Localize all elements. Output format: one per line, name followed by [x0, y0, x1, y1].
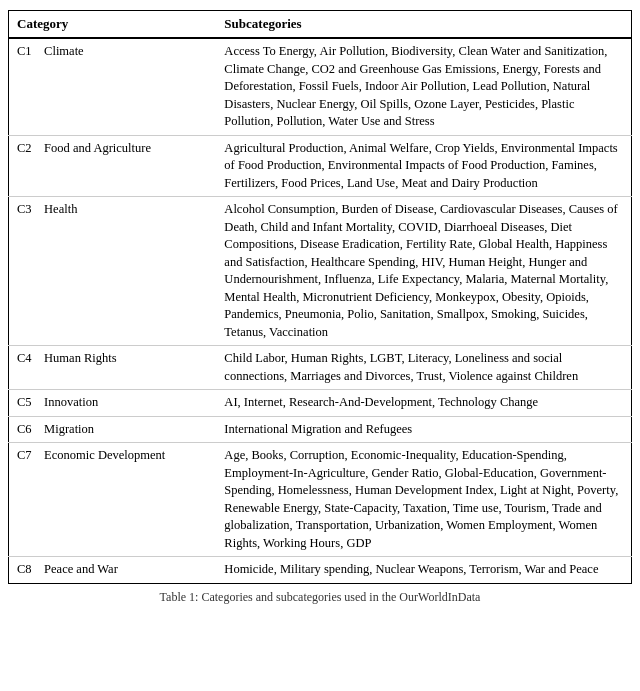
table-row: C2 Food and AgricultureAgricultural Prod… — [9, 135, 632, 197]
category-cell: C7 Economic Development — [9, 443, 217, 557]
header-subcategories: Subcategories — [216, 11, 631, 39]
table-row: C6 MigrationInternational Migration and … — [9, 416, 632, 443]
table-row: C3 HealthAlcohol Consumption, Burden of … — [9, 197, 632, 346]
subcategories-cell: Access To Energy, Air Pollution, Biodive… — [216, 38, 631, 135]
subcategories-cell: Age, Books, Corruption, Economic-Inequal… — [216, 443, 631, 557]
subcategories-cell: International Migration and Refugees — [216, 416, 631, 443]
table-row: C8 Peace and WarHomicide, Military spend… — [9, 557, 632, 584]
table-row: C7 Economic DevelopmentAge, Books, Corru… — [9, 443, 632, 557]
table-header-row: Category Subcategories — [9, 11, 632, 39]
categories-table: Category Subcategories C1 ClimateAccess … — [8, 10, 632, 584]
subcategories-cell: Alcohol Consumption, Burden of Disease, … — [216, 197, 631, 346]
category-cell: C8 Peace and War — [9, 557, 217, 584]
category-cell: C1 Climate — [9, 38, 217, 135]
subcategories-cell: Child Labor, Human Rights, LGBT, Literac… — [216, 346, 631, 390]
table-row: C4 Human RightsChild Labor, Human Rights… — [9, 346, 632, 390]
table-row: C5 InnovationAI, Internet, Research-And-… — [9, 390, 632, 417]
category-cell: C5 Innovation — [9, 390, 217, 417]
table-row: C1 ClimateAccess To Energy, Air Pollutio… — [9, 38, 632, 135]
subcategories-cell: Agricultural Production, Animal Welfare,… — [216, 135, 631, 197]
table-container: Category Subcategories C1 ClimateAccess … — [0, 0, 640, 615]
category-cell: C4 Human Rights — [9, 346, 217, 390]
table-caption: Table 1: Categories and subcategories us… — [8, 590, 632, 605]
category-cell: C3 Health — [9, 197, 217, 346]
category-cell: C6 Migration — [9, 416, 217, 443]
subcategories-cell: AI, Internet, Research-And-Development, … — [216, 390, 631, 417]
category-cell: C2 Food and Agriculture — [9, 135, 217, 197]
subcategories-cell: Homicide, Military spending, Nuclear Wea… — [216, 557, 631, 584]
header-category: Category — [9, 11, 217, 39]
